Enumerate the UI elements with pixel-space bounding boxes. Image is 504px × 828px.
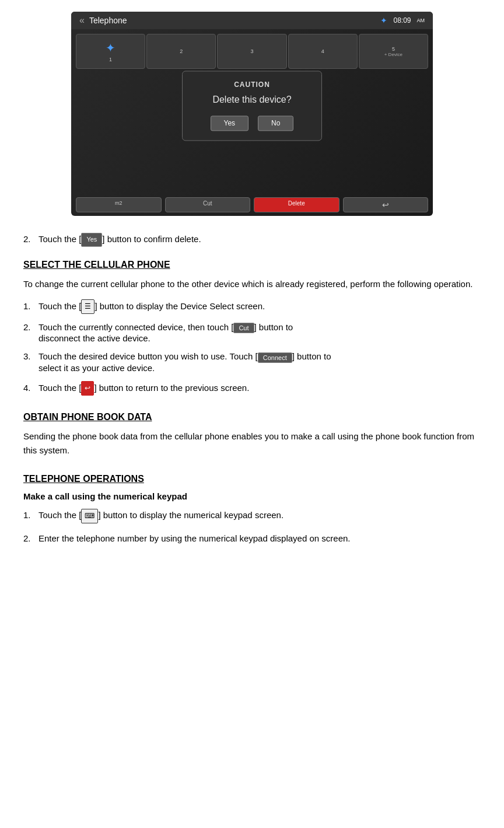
select-step-3-content: Touch the desired device button you wish… <box>38 351 481 372</box>
select-step-2-num: 2. <box>23 322 34 332</box>
bottom-row: m2 Cut Delete ↩ <box>71 194 433 216</box>
phone-ui: « Telephone ✦ 08:09 AM ✦ 1 2 <box>71 12 433 216</box>
tel-step-2-text: Enter the telephone number by using the … <box>38 532 481 546</box>
select-step-2: 2. Touch the currently connected device,… <box>23 322 481 343</box>
select-step-1: 1. Touch the [☰] button to display the D… <box>23 299 481 315</box>
cut-button[interactable]: Cut <box>165 197 251 212</box>
tel-step-1-num: 1. <box>23 510 34 520</box>
device-select-icon: ☰ <box>81 299 94 314</box>
back-button[interactable]: ↩ <box>343 197 429 212</box>
step2-confirm-delete: 2. Touch the [Yes] button to confirm del… <box>23 232 481 247</box>
bluetooth-icon: ✦ <box>380 16 387 25</box>
device-label-3: 3 <box>250 48 253 54</box>
select-step-2-content: Touch the currently connected device, th… <box>38 322 481 343</box>
telephone-ops-section: TELEPHONE OPERATIONS Make a call using t… <box>23 474 481 546</box>
telephone-ops-subheading: Make a call using the numerical keypad <box>23 491 481 501</box>
delete-button[interactable]: Delete <box>254 197 340 212</box>
device-label-1: 1 <box>109 57 112 62</box>
select-step-3-num: 3. <box>23 351 34 361</box>
phone-title: Telephone <box>89 16 127 25</box>
select-step-4-num: 4. <box>23 383 34 393</box>
tel-step-2-num: 2. <box>23 533 34 543</box>
yes-inline-btn: Yes <box>81 233 102 247</box>
telephone-ops-heading: TELEPHONE OPERATIONS <box>23 474 481 484</box>
select-cellular-heading: SELECT THE CELLULAR PHONE <box>23 260 481 270</box>
caution-yes-button[interactable]: Yes <box>211 116 249 131</box>
caution-buttons: Yes No <box>192 116 312 131</box>
device-btn-3: 3 <box>217 34 286 69</box>
connect-inline-btn: Connect <box>258 352 292 363</box>
select-step-3-row: 3. Touch the desired device button you w… <box>23 351 481 372</box>
device-label-4: 4 <box>321 48 324 54</box>
select-cellular-para: To change the current cellular phone to … <box>23 277 481 291</box>
device-btn-2: 2 <box>146 34 216 69</box>
step2-number: 2. <box>23 232 35 246</box>
tel-step-1: 1. Touch the [⌨] button to display the n… <box>23 508 481 523</box>
caution-dialog: CAUTION Delete this device? Yes No <box>182 71 322 141</box>
keypad-inline-icon: ⌨ <box>81 509 98 523</box>
caution-message: Delete this device? <box>192 95 312 105</box>
clock-time: 08:09 <box>393 16 411 25</box>
step2-row: 2. Touch the [Yes] button to confirm del… <box>23 232 481 247</box>
select-step-4: 4. Touch the [↩] button to return to the… <box>23 381 481 396</box>
step2-text: Touch the [Yes] button to confirm delete… <box>38 232 481 247</box>
select-cellular-section: SELECT THE CELLULAR PHONE To change the … <box>23 260 481 396</box>
obtain-phonebook-para: Sending the phone book data from the cel… <box>23 429 481 457</box>
select-step-2-row: 2. Touch the currently connected device,… <box>23 322 481 343</box>
select-step-4-text: Touch the [↩] button to return to the pr… <box>38 381 481 396</box>
phone-body: ✦ 1 2 3 4 5 + Device CAUTION <box>71 29 433 194</box>
back-arrow-icon: « <box>79 15 85 26</box>
cut-inline-btn: Cut <box>233 323 254 333</box>
device-btn-5: 5 + Device <box>359 34 428 69</box>
device-btn-4: 4 <box>288 34 358 69</box>
device-btn-1: ✦ 1 <box>76 34 145 69</box>
phone-header-right: ✦ 08:09 AM <box>380 16 425 25</box>
phone-header-left: « Telephone <box>79 15 127 26</box>
tel-step-2: 2. Enter the telephone number by using t… <box>23 532 481 546</box>
clock-ampm: AM <box>417 18 425 23</box>
m2-label: m2 <box>76 197 162 212</box>
phone-header: « Telephone ✦ 08:09 AM <box>71 12 433 29</box>
caution-title: CAUTION <box>192 81 312 89</box>
content-area: 2. Touch the [Yes] button to confirm del… <box>18 232 487 546</box>
back-inline-icon: ↩ <box>81 381 94 396</box>
select-step-1-num: 1. <box>23 301 34 311</box>
device-label-5: 5 <box>392 46 395 52</box>
bt-device-icon-1: ✦ <box>106 41 116 55</box>
device-label-2: 2 <box>180 48 183 54</box>
caution-no-button[interactable]: No <box>258 116 293 131</box>
screenshot-box: « Telephone ✦ 08:09 AM ✦ 1 2 <box>71 12 433 216</box>
tel-step-1-text: Touch the [⌨] button to display the nume… <box>38 508 481 523</box>
select-step-1-text: Touch the [☰] button to display the Devi… <box>38 299 481 315</box>
select-step-3: 3. Touch the desired device button you w… <box>23 351 481 372</box>
obtain-phonebook-section: OBTAIN PHONE BOOK DATA Sending the phone… <box>23 412 481 457</box>
obtain-phonebook-heading: OBTAIN PHONE BOOK DATA <box>23 412 481 422</box>
screenshot-container: « Telephone ✦ 08:09 AM ✦ 1 2 <box>18 12 487 216</box>
